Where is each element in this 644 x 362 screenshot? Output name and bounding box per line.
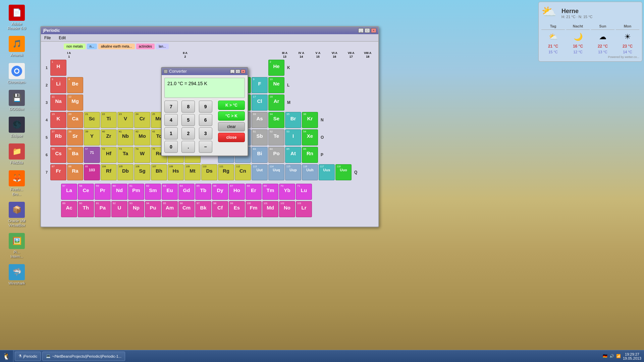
desktop-icon-firefox[interactable]: 🦊 Firefo...Bro... <box>3 169 30 197</box>
element-Mg[interactable]: 12Mg <box>67 95 83 111</box>
element-Po[interactable]: 84Po <box>268 147 284 163</box>
btn-clear[interactable]: clear <box>218 122 245 131</box>
menu-edit[interactable]: Edit <box>57 35 68 41</box>
menu-file[interactable]: File <box>42 35 53 41</box>
element-V[interactable]: 23V <box>117 112 133 128</box>
btn-1[interactable]: 1 <box>164 127 178 139</box>
element-Fr[interactable]: 87Fr <box>50 164 66 180</box>
desktop-icon-amarok[interactable]: 🎵 Amarok <box>3 35 30 59</box>
element-Xe[interactable]: 54Xe <box>302 129 318 145</box>
element-Uup[interactable]: 115Uup <box>285 164 301 180</box>
btn-2[interactable]: 2 <box>181 127 195 139</box>
jperiodic-titlebar[interactable]: jPeriodic _ □ × <box>41 27 378 34</box>
btn-k-to-c[interactable]: K > °C <box>218 101 245 110</box>
element-At[interactable]: 85At <box>285 147 301 163</box>
element-Cl[interactable]: 17Cl <box>252 95 268 111</box>
element-Cn[interactable]: 112Cn <box>235 164 251 180</box>
element-Cr[interactable]: 24Cr <box>134 112 150 128</box>
element-Uus[interactable]: 117Uus <box>319 164 335 180</box>
btn-decimal[interactable]: . <box>181 141 195 153</box>
conv-max-btn[interactable]: □ <box>235 69 240 73</box>
element-Na[interactable]: 11Na <box>50 95 66 111</box>
btn-0[interactable]: 0 <box>164 141 178 153</box>
element-Fm[interactable]: 100Fm <box>246 201 262 217</box>
btn-4[interactable]: 4 <box>164 114 178 126</box>
element-Rf[interactable]: 104Rf <box>101 164 117 180</box>
element-Th[interactable]: 90Th <box>78 201 94 217</box>
element-Br[interactable]: 35Br <box>285 112 301 128</box>
element-Gd[interactable]: 64Gd <box>178 184 195 200</box>
element-Uut[interactable]: 113Uut <box>252 164 268 180</box>
element-Sr[interactable]: 38Sr <box>67 129 83 145</box>
element-Sm[interactable]: 62Sm <box>145 184 161 200</box>
element-Pm[interactable]: 61Pm <box>128 184 144 200</box>
element-Ds[interactable]: 110Ds <box>201 164 217 180</box>
element-I[interactable]: 53I <box>285 129 301 145</box>
element-La[interactable]: 57La <box>61 184 77 200</box>
element-Ac-series[interactable]: 89103 <box>84 164 100 180</box>
element-Pu[interactable]: 94Pu <box>145 201 161 217</box>
element-Lr[interactable]: 103Lr <box>296 201 312 217</box>
element-Cf[interactable]: 98Cf <box>212 201 228 217</box>
close-window-button[interactable]: × <box>371 28 376 33</box>
element-Ho[interactable]: 67Ho <box>229 184 245 200</box>
converter-titlebar[interactable]: Converter _ □ × <box>162 68 248 75</box>
element-Pa[interactable]: 91Pa <box>95 201 111 217</box>
element-Te[interactable]: 52Te <box>268 129 284 145</box>
element-Ce[interactable]: 58Ce <box>78 184 94 200</box>
element-Ar[interactable]: 18Ar <box>268 95 284 111</box>
element-Se[interactable]: 34Se <box>268 112 284 128</box>
element-Am[interactable]: 95Am <box>162 201 178 217</box>
element-As[interactable]: 33As <box>252 112 268 128</box>
element-Cs[interactable]: 55Cs <box>50 147 66 163</box>
btn-3[interactable]: 3 <box>199 127 212 139</box>
btn-7[interactable]: 7 <box>164 101 178 113</box>
btn-c-to-k[interactable]: °C > K <box>218 111 245 121</box>
element-Pr[interactable]: 59Pr <box>95 184 111 200</box>
btn-negate[interactable]: − <box>199 141 212 153</box>
element-Sb[interactable]: 51Sb <box>252 129 268 145</box>
desktop-icon-dosbox[interactable]: 💾 DOSBox <box>3 88 30 113</box>
element-Ra[interactable]: 88Ra <box>67 164 83 180</box>
legend-noble[interactable]: n... <box>87 44 97 49</box>
btn-close[interactable]: close <box>218 133 245 142</box>
taskbar-netbeans[interactable]: 💻 ~/NetBeansProjects/jPeriodic/jPeriodic… <box>42 352 125 361</box>
element-Eu[interactable]: 63Eu <box>162 184 178 200</box>
legend-nonmetals[interactable]: non metals <box>64 44 86 49</box>
legend-lanthanides[interactable]: lan... <box>156 44 169 49</box>
element-W[interactable]: 74W <box>134 147 150 163</box>
element-Ta[interactable]: 73Ta <box>117 147 133 163</box>
element-Kr[interactable]: 36Kr <box>302 112 318 128</box>
element-Uuo[interactable]: 118Uuo <box>335 164 352 180</box>
element-H[interactable]: 1H <box>50 60 66 76</box>
element-Rn[interactable]: 86Rn <box>302 147 318 163</box>
element-Ti[interactable]: 22Ti <box>101 112 117 128</box>
btn-6[interactable]: 6 <box>199 114 212 126</box>
element-Lu[interactable]: 71Lu <box>296 184 312 200</box>
btn-5[interactable]: 5 <box>181 114 195 126</box>
element-Rb[interactable]: 37Rb <box>50 129 66 145</box>
element-Es[interactable]: 99Es <box>229 201 245 217</box>
element-Np[interactable]: 93Np <box>128 201 144 217</box>
element-Dy[interactable]: 66Dy <box>212 184 228 200</box>
element-Bi[interactable]: 83Bi <box>252 147 268 163</box>
element-Ac[interactable]: 89Ac <box>61 201 77 217</box>
element-Hs[interactable]: 108Hs <box>168 164 184 180</box>
element-Nb[interactable]: 41Nb <box>117 129 133 145</box>
element-Db[interactable]: 105Db <box>117 164 133 180</box>
desktop-icon-pi[interactable]: 🖼️ Pi...Intern... <box>3 232 30 260</box>
desktop-icon-oracle[interactable]: 📦 Oracle VMVirtualBox <box>3 200 30 229</box>
conv-close-btn[interactable]: × <box>241 69 246 73</box>
element-Nd[interactable]: 60Nd <box>111 184 127 200</box>
element-U[interactable]: 92U <box>111 201 127 217</box>
element-He[interactable]: 2He <box>268 60 284 76</box>
element-Sc[interactable]: 21Sc <box>84 112 100 128</box>
element-Ba[interactable]: 56Ba <box>67 147 83 163</box>
desktop-icon-eclipse[interactable]: 🌑 Eclipse <box>3 115 30 139</box>
element-Uuq[interactable]: 114Uuq <box>268 164 284 180</box>
element-No[interactable]: 102No <box>279 201 295 217</box>
btn-8[interactable]: 8 <box>181 101 195 113</box>
element-Bh[interactable]: 107Bh <box>151 164 167 180</box>
element-Mo[interactable]: 42Mo <box>134 129 150 145</box>
element-Sg[interactable]: 106Sg <box>134 164 150 180</box>
